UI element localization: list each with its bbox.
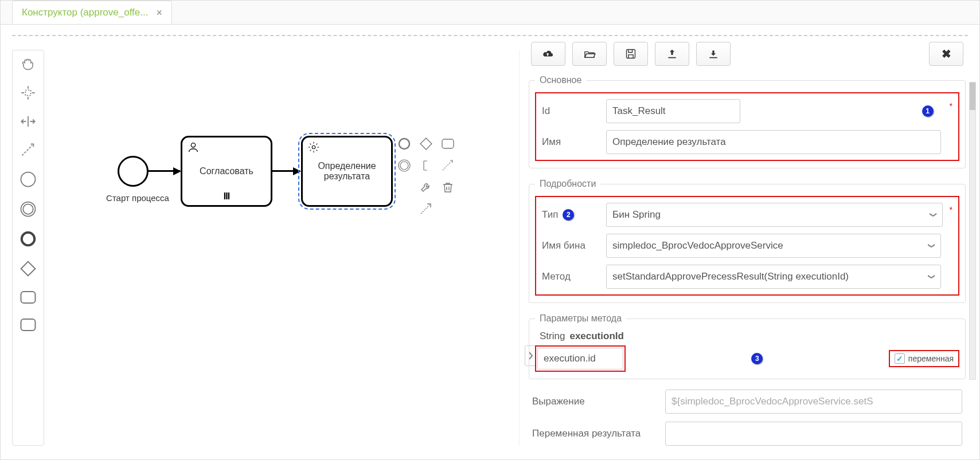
scrollbar[interactable] [969, 82, 976, 380]
pad-gateway-icon[interactable] [417, 135, 435, 153]
sequence-flow-1[interactable] [149, 170, 180, 172]
annotation-3: 3 [751, 353, 763, 364]
gateway-icon[interactable] [19, 260, 37, 277]
close-panel-button[interactable]: ✖ [929, 42, 963, 66]
export-button[interactable] [655, 42, 689, 66]
svg-rect-5 [21, 262, 36, 276]
name-label: Имя [542, 136, 599, 148]
pad-trash-icon[interactable] [439, 178, 457, 196]
import-button[interactable] [696, 42, 731, 66]
variable-checkbox[interactable]: ✓ [895, 353, 905, 364]
required-marker: * [950, 205, 952, 214]
bpmn-user-task[interactable]: Согласовать III [181, 136, 272, 207]
result-var-label: Переменная результата [532, 428, 658, 439]
annotation-1: 1 [922, 105, 934, 117]
context-pad [395, 135, 457, 218]
service-task-line1: Определение [318, 161, 376, 171]
user-task-label: Согласовать [200, 166, 253, 176]
bpmn-canvas[interactable]: Старт процесса Согласовать III Определен… [54, 50, 520, 446]
svg-rect-7 [21, 319, 36, 331]
gear-icon [307, 141, 320, 156]
properties-toolbar: ✖ [526, 42, 968, 66]
type-value: Бин Spring [612, 209, 661, 221]
method-value: setStandardApprovePrecessResult(String e… [612, 271, 849, 282]
svg-point-10 [399, 139, 409, 149]
section-params: Параметры метода String executionId 3 ✓ … [529, 313, 966, 379]
param-value-input[interactable] [537, 348, 623, 369]
svg-point-14 [400, 162, 408, 170]
multi-instance-marker: III [224, 191, 229, 202]
svg-point-3 [23, 204, 33, 214]
pad-connect-icon[interactable] [439, 156, 457, 175]
chevron-down-icon: ❯ [928, 274, 936, 280]
tool-palette [12, 50, 44, 446]
bpmn-start-label: Старт процесса [97, 193, 178, 203]
pad-intermediate-icon[interactable] [395, 156, 413, 175]
svg-rect-11 [420, 138, 432, 150]
close-icon: ✖ [942, 47, 951, 61]
pad-task-icon[interactable] [439, 135, 457, 153]
bean-select[interactable]: simpledoc_BprocVedocApproveService ❯ [606, 234, 941, 258]
name-input[interactable] [606, 130, 941, 154]
variable-checkbox-label: переменная [908, 354, 954, 363]
space-tool-icon[interactable] [20, 113, 36, 129]
start-event-icon[interactable] [19, 171, 37, 188]
param-name: executionId [569, 331, 623, 342]
method-select[interactable]: setStandardApprovePrecessResult(String e… [606, 265, 941, 289]
bpmn-start-event[interactable] [118, 156, 149, 187]
save-button[interactable] [614, 42, 648, 66]
chevron-down-icon: ❯ [930, 212, 938, 218]
lasso-tool-icon[interactable] [20, 85, 36, 101]
hand-tool-icon[interactable] [20, 56, 36, 72]
pad-end-event-icon[interactable] [395, 135, 413, 153]
required-marker: * [950, 101, 952, 111]
section-details-title: Подробности [535, 179, 600, 189]
pad-annotation-icon[interactable] [417, 156, 435, 175]
modeler-area: Старт процесса Согласовать III Определен… [12, 36, 520, 446]
svg-rect-15 [627, 50, 635, 58]
svg-rect-12 [442, 139, 454, 148]
pad-arrow-icon[interactable] [417, 200, 435, 218]
service-task-line2: результата [324, 171, 370, 182]
user-icon [187, 141, 200, 156]
expression-input[interactable] [665, 390, 962, 414]
bean-label: Имя бина [542, 240, 599, 251]
section-main: Основное Id 1 * Имя [529, 75, 966, 168]
expression-label: Выражение [532, 396, 658, 407]
svg-point-4 [22, 233, 35, 246]
task-icon[interactable] [19, 290, 37, 305]
svg-point-8 [191, 143, 195, 147]
bean-value: simpledoc_BprocVedocApproveService [612, 240, 783, 251]
id-input[interactable] [606, 99, 740, 123]
pad-wrench-icon[interactable] [417, 178, 435, 196]
section-details: Подробности Тип 2 Бин Spring ❯ * Имя бин… [529, 179, 966, 303]
open-button[interactable] [572, 42, 607, 66]
tabbar: Конструктор (approve_offe... × [1, 1, 979, 25]
type-label: Тип [542, 209, 558, 221]
tab-constructor[interactable]: Конструктор (approve_offe... × [12, 1, 172, 24]
subprocess-icon[interactable] [19, 317, 37, 332]
type-select[interactable]: Бин Spring ❯ [606, 203, 943, 227]
end-event-icon[interactable] [19, 230, 37, 247]
sequence-flow-2[interactable] [272, 170, 300, 172]
param-type: String [540, 331, 565, 342]
result-var-input[interactable] [665, 422, 962, 446]
svg-rect-0 [25, 90, 30, 95]
svg-point-1 [21, 172, 36, 187]
svg-point-9 [312, 146, 315, 149]
intermediate-event-icon[interactable] [19, 200, 37, 218]
tab-title: Конструктор (approve_offe... [22, 7, 148, 18]
annotation-2: 2 [563, 209, 574, 221]
cloud-upload-button[interactable] [531, 42, 565, 66]
method-label: Метод [542, 271, 599, 282]
chevron-down-icon: ❯ [928, 243, 936, 249]
section-params-title: Параметры метода [535, 313, 626, 324]
section-main-title: Основное [535, 75, 586, 85]
close-icon[interactable]: × [156, 7, 162, 19]
svg-rect-6 [21, 292, 36, 303]
id-label: Id [542, 105, 599, 117]
connect-tool-icon[interactable] [20, 142, 36, 158]
properties-panel: ✖ Основное Id 1 * Имя [526, 36, 968, 446]
bpmn-service-task[interactable]: Определение результата [301, 136, 393, 207]
scrollbar-thumb[interactable] [970, 82, 975, 110]
